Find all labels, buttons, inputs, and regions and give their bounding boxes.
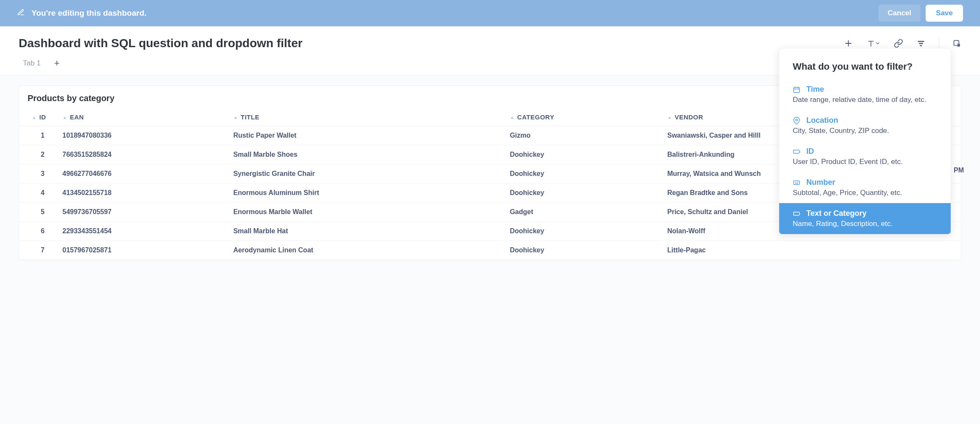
filter-option-desc: Name, Rating, Description, etc. (793, 220, 937, 228)
filter-option-label: Text or Category (806, 209, 867, 218)
column-header-category[interactable]: ▲CATEGORY (505, 109, 662, 126)
toolbar (844, 37, 961, 49)
number-icon: 12 (793, 179, 800, 187)
column-header-title[interactable]: ▲TITLE (228, 109, 504, 126)
save-button[interactable]: Save (926, 5, 963, 22)
text-icon (793, 210, 800, 218)
add-tab-button[interactable]: + (54, 58, 60, 69)
add-filter-button[interactable] (917, 39, 925, 48)
banner-actions: Cancel Save (879, 5, 963, 22)
filter-option-header: 12Number (793, 178, 937, 187)
cell-id: 7 (19, 241, 57, 260)
filter-option-location[interactable]: LocationCity, State, Country, ZIP code. (779, 110, 951, 141)
filter-option-id[interactable]: IDUser ID, Product ID, Event ID, etc. (779, 141, 951, 172)
cell-category: Doohickey (505, 184, 662, 203)
cell-category: Doohickey (505, 164, 662, 184)
add-link-button[interactable] (894, 39, 903, 48)
cell-title: Rustic Paper Wallet (228, 126, 504, 145)
cell-id: 3 (19, 164, 57, 184)
cell-category: Doohickey (505, 145, 662, 164)
cell-category: Doohickey (505, 241, 662, 260)
tab-1[interactable]: Tab 1 (23, 59, 41, 68)
filter-option-header: Location (793, 116, 937, 125)
filter-option-desc: User ID, Product ID, Event ID, etc. (793, 158, 937, 166)
id-icon (793, 148, 800, 155)
toolbar-separator (939, 37, 939, 49)
location-icon (793, 117, 800, 124)
filter-option-number[interactable]: 12NumberSubtotal, Age, Price, Quantity, … (779, 172, 951, 203)
cell-title: Small Marble Shoes (228, 145, 504, 164)
svg-rect-4 (920, 45, 922, 46)
column-header-ean[interactable]: ▲EAN (57, 109, 228, 126)
dashboard-title[interactable]: Dashboard with SQL question and dropdown… (19, 37, 302, 50)
cell-vendor: Little-Pagac (662, 241, 961, 260)
cell-category: Gizmo (505, 126, 662, 145)
cell-id: 5 (19, 203, 57, 222)
cell-title: Small Marble Hat (228, 222, 504, 241)
cell-ean: 1018947080336 (57, 126, 228, 145)
popover-title: What do you want to filter? (779, 61, 951, 79)
pencil-icon (17, 8, 25, 18)
cell-ean: 2293343551454 (57, 222, 228, 241)
filter-type-popover: What do you want to filter? TimeDate ran… (779, 48, 951, 235)
filter-option-desc: Date range, relative date, time of day, … (793, 96, 937, 104)
filter-option-desc: Subtotal, Age, Price, Quantity, etc. (793, 189, 937, 197)
svg-rect-6 (794, 87, 800, 92)
cell-ean: 5499736705597 (57, 203, 228, 222)
cell-title: Enormous Marble Wallet (228, 203, 504, 222)
filter-option-label: Time (806, 85, 824, 94)
add-text-button[interactable] (867, 39, 880, 48)
cell-ean: 4966277046676 (57, 164, 228, 184)
svg-rect-3 (919, 43, 923, 44)
overflow-text: PM (954, 167, 964, 174)
banner-message: You're editing this dashboard. (31, 8, 146, 18)
cancel-button[interactable]: Cancel (879, 5, 921, 22)
filter-option-label: ID (806, 147, 814, 156)
cell-id: 6 (19, 222, 57, 241)
filter-option-label: Number (806, 178, 835, 187)
dashboard-grid: Products by category ▲ID ▲EAN ▲TITLE ▲CA… (0, 75, 980, 271)
cell-category: Gadget (505, 203, 662, 222)
filter-option-label: Location (806, 116, 838, 125)
calendar-icon (793, 86, 800, 93)
svg-text:12: 12 (795, 181, 798, 184)
svg-rect-2 (918, 41, 924, 42)
filter-option-desc: City, State, Country, ZIP code. (793, 127, 937, 135)
add-card-button[interactable] (844, 39, 853, 48)
filter-option-header: ID (793, 147, 937, 156)
cell-category: Doohickey (505, 222, 662, 241)
cell-ean: 4134502155718 (57, 184, 228, 203)
cell-ean: 7663515285824 (57, 145, 228, 164)
filter-option-text-or-category[interactable]: Text or CategoryName, Rating, Descriptio… (779, 203, 951, 234)
filter-option-time[interactable]: TimeDate range, relative date, time of d… (779, 79, 951, 110)
click-behavior-button[interactable] (953, 39, 961, 48)
cell-id: 4 (19, 184, 57, 203)
cell-id: 1 (19, 126, 57, 145)
svg-point-10 (796, 119, 798, 121)
cell-title: Synergistic Granite Chair (228, 164, 504, 184)
cell-ean: 0157967025871 (57, 241, 228, 260)
cell-title: Aerodynamic Linen Coat (228, 241, 504, 260)
cell-title: Enormous Aluminum Shirt (228, 184, 504, 203)
banner-message-wrap: You're editing this dashboard. (17, 8, 146, 18)
edit-banner: You're editing this dashboard. Cancel Sa… (0, 0, 980, 26)
column-header-id[interactable]: ▲ID (19, 109, 57, 126)
filter-option-header: Time (793, 85, 937, 94)
filter-option-header: Text or Category (793, 209, 937, 218)
table-row[interactable]: 70157967025871Aerodynamic Linen CoatDooh… (19, 241, 961, 260)
cell-id: 2 (19, 145, 57, 164)
